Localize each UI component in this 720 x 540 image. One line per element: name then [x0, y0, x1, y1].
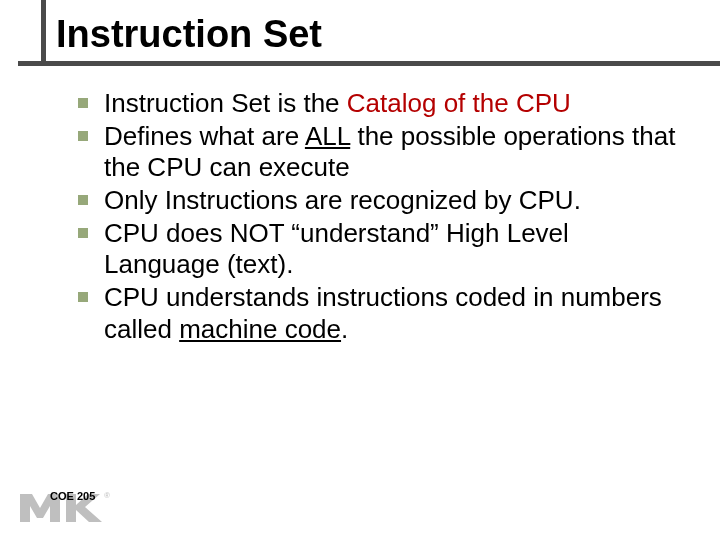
square-bullet-icon — [78, 131, 88, 141]
underline-text: machine code — [179, 314, 341, 344]
list-item: Defines what are ALL the possible operat… — [78, 121, 680, 184]
bullet-text: CPU understands instructions coded in nu… — [104, 282, 680, 345]
list-item: CPU understands instructions coded in nu… — [78, 282, 680, 345]
course-code: COE 205 — [50, 490, 95, 502]
square-bullet-icon — [78, 228, 88, 238]
bullet-list: Instruction Set is the Catalog of the CP… — [0, 66, 720, 346]
highlight-text: Catalog of the CPU — [347, 88, 571, 118]
title-horizontal-rule — [18, 61, 720, 66]
footer: ® COE 205 — [18, 488, 110, 524]
text-segment: . — [341, 314, 348, 344]
bullet-text: Defines what are ALL the possible operat… — [104, 121, 680, 184]
list-item: Only Instructions are recognized by CPU. — [78, 185, 680, 217]
bullet-text: Only Instructions are recognized by CPU. — [104, 185, 581, 217]
title-region: Instruction Set — [0, 0, 720, 66]
square-bullet-icon — [78, 195, 88, 205]
page-title: Instruction Set — [0, 10, 720, 66]
text-segment: Only Instructions are recognized by CPU. — [104, 185, 581, 215]
bullet-text: Instruction Set is the Catalog of the CP… — [104, 88, 571, 120]
list-item: Instruction Set is the Catalog of the CP… — [78, 88, 680, 120]
svg-text:®: ® — [104, 491, 110, 500]
square-bullet-icon — [78, 292, 88, 302]
bullet-text: CPU does NOT “understand” High Level Lan… — [104, 218, 680, 281]
text-segment: CPU does NOT “understand” High Level Lan… — [104, 218, 569, 280]
underline-text: ALL — [305, 121, 350, 151]
text-segment: Instruction Set is the — [104, 88, 347, 118]
list-item: CPU does NOT “understand” High Level Lan… — [78, 218, 680, 281]
title-vertical-rule — [41, 0, 46, 66]
square-bullet-icon — [78, 98, 88, 108]
text-segment: Defines what are — [104, 121, 305, 151]
